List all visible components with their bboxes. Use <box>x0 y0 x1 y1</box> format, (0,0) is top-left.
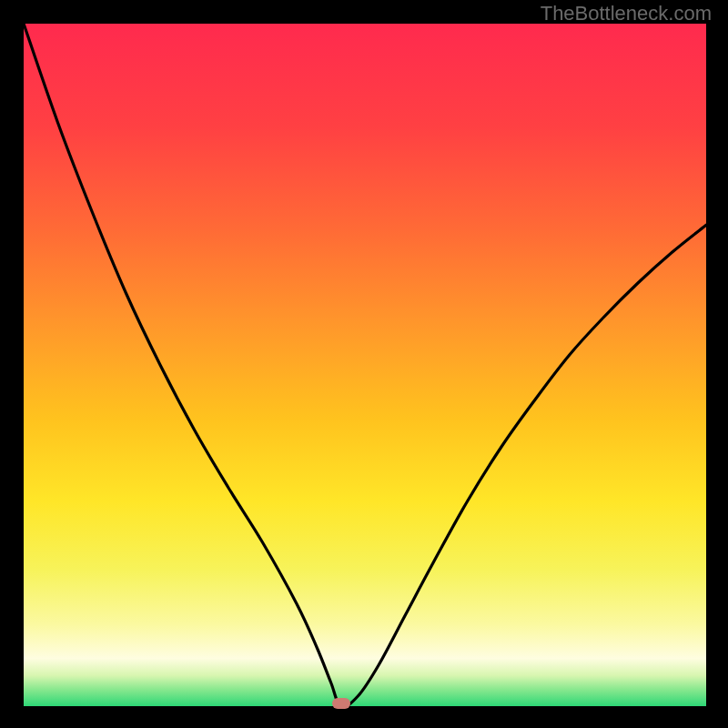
chart-svg <box>0 0 728 728</box>
gradient-background <box>24 24 706 706</box>
optimal-marker <box>332 698 350 709</box>
chart-frame: TheBottleneck.com <box>0 0 728 728</box>
watermark-text: TheBottleneck.com <box>541 2 712 25</box>
